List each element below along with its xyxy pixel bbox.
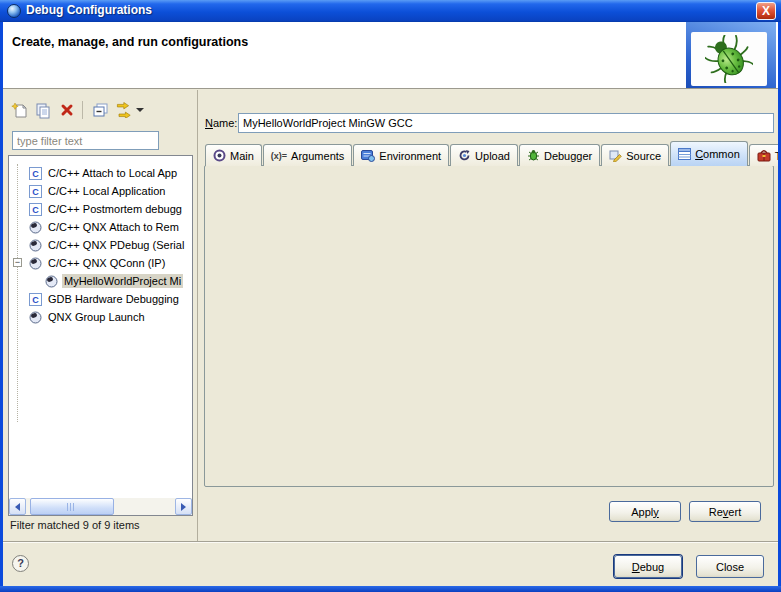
source-icon xyxy=(609,149,622,162)
window-title: Debug Configurations xyxy=(26,3,152,17)
filter-configurations-button[interactable] xyxy=(112,99,136,121)
tab-upload[interactable]: Upload xyxy=(450,144,518,166)
tree-item-cpp-local-app[interactable]: C C/C++ Local Application xyxy=(11,182,190,200)
help-icon[interactable] xyxy=(12,555,29,572)
filter-arrows-icon xyxy=(115,102,133,118)
tree-item-cpp-postmortem[interactable]: C C/C++ Postmortem debugg xyxy=(11,200,190,218)
footer-separator-highlight xyxy=(0,542,781,543)
svg-text:C: C xyxy=(32,295,39,305)
debugger-icon xyxy=(527,149,540,162)
environment-icon xyxy=(361,149,375,162)
revert-button[interactable]: Revert xyxy=(689,501,761,522)
tab-tools[interactable]: Tools xyxy=(749,144,781,166)
scroll-right-arrow-icon[interactable] xyxy=(175,498,192,515)
c-launch-icon: C xyxy=(29,293,42,306)
new-configuration-button[interactable] xyxy=(7,99,31,121)
dialog-header: Create, manage, and run configurations xyxy=(3,22,778,89)
filter-text-input[interactable] xyxy=(12,131,159,150)
common-tab-content xyxy=(204,165,774,487)
window-border-left xyxy=(0,22,3,592)
svg-text:C: C xyxy=(32,205,39,215)
tab-bar: Main (x)= Arguments Environment Upload D… xyxy=(205,141,781,166)
arguments-icon: (x)= xyxy=(271,151,287,161)
upload-icon xyxy=(458,149,471,162)
duplicate-icon xyxy=(35,102,51,119)
common-icon xyxy=(678,148,691,160)
qnx-launch-icon xyxy=(29,239,42,252)
main-icon xyxy=(213,149,226,162)
tree-item-gdb-hardware[interactable]: C GDB Hardware Debugging xyxy=(11,290,190,308)
tree-item-qnx-qconn[interactable]: C/C++ QNX QConn (IP) xyxy=(11,254,190,272)
qnx-launch-icon xyxy=(45,275,58,288)
tab-main[interactable]: Main xyxy=(205,144,262,166)
beetle-graphic xyxy=(691,32,767,86)
delete-configuration-button[interactable] xyxy=(55,99,79,121)
c-launch-icon: C xyxy=(29,185,42,198)
tree-item-qnx-attach-remote[interactable]: C/C++ QNX Attach to Rem xyxy=(11,218,190,236)
close-icon[interactable]: X xyxy=(756,2,776,20)
qnx-launch-icon xyxy=(29,221,42,234)
window-border-bottom xyxy=(0,586,781,592)
collapse-all-button[interactable] xyxy=(88,99,112,121)
debug-configurations-dialog: Debug Configurations X Create, manage, a… xyxy=(0,0,781,592)
tree-item-qnx-pdebug[interactable]: C/C++ QNX PDebug (Serial xyxy=(11,236,190,254)
application-icon xyxy=(7,4,21,18)
duplicate-configuration-button[interactable] xyxy=(31,99,55,121)
tab-arguments[interactable]: (x)= Arguments xyxy=(263,144,352,166)
panel-divider[interactable] xyxy=(197,90,198,541)
name-label: Name: xyxy=(205,117,237,129)
tab-common[interactable]: Common xyxy=(670,141,748,166)
tab-debugger[interactable]: Debugger xyxy=(519,144,600,166)
tree-horizontal-scrollbar[interactable] xyxy=(9,498,192,515)
toolbar-menu-dropdown[interactable] xyxy=(134,99,146,121)
tools-icon xyxy=(757,149,771,162)
bug-icon xyxy=(705,35,753,83)
tab-environment[interactable]: Environment xyxy=(353,144,449,166)
name-input[interactable] xyxy=(238,113,774,133)
qnx-launch-icon xyxy=(29,311,42,324)
scroll-left-arrow-icon[interactable] xyxy=(9,498,26,515)
title-bar: Debug Configurations X xyxy=(0,0,781,22)
new-page-icon xyxy=(11,102,28,119)
delete-x-icon xyxy=(60,103,74,117)
toolbar-separator xyxy=(82,101,83,119)
tree-item-qnx-group-launch[interactable]: QNX Group Launch xyxy=(11,308,190,326)
svg-text:C: C xyxy=(32,169,39,179)
close-button[interactable]: Close xyxy=(696,555,764,578)
qnx-launch-icon xyxy=(29,257,42,270)
tab-source[interactable]: Source xyxy=(601,144,669,166)
configurations-tree: C C/C++ Attach to Local App C C/C++ Loca… xyxy=(8,155,193,516)
filter-status-text: Filter matched 9 of 9 items xyxy=(10,519,140,531)
c-launch-icon: C xyxy=(29,203,42,216)
dialog-subtitle: Create, manage, and run configurations xyxy=(12,35,248,49)
collapse-all-icon xyxy=(92,102,109,118)
apply-button[interactable]: Apply xyxy=(609,501,681,522)
scrollbar-thumb[interactable] xyxy=(30,498,114,515)
chevron-down-icon xyxy=(136,108,144,112)
svg-text:C: C xyxy=(32,187,39,197)
debug-button[interactable]: Debug xyxy=(614,555,682,578)
header-decoration xyxy=(686,22,776,88)
tree-item-myhelloworldproject[interactable]: MyHelloWorldProject Mi xyxy=(11,272,190,290)
tree-item-cpp-attach-local[interactable]: C C/C++ Attach to Local App xyxy=(11,164,190,182)
collapse-expander-icon[interactable] xyxy=(13,258,22,267)
c-launch-icon: C xyxy=(29,167,42,180)
